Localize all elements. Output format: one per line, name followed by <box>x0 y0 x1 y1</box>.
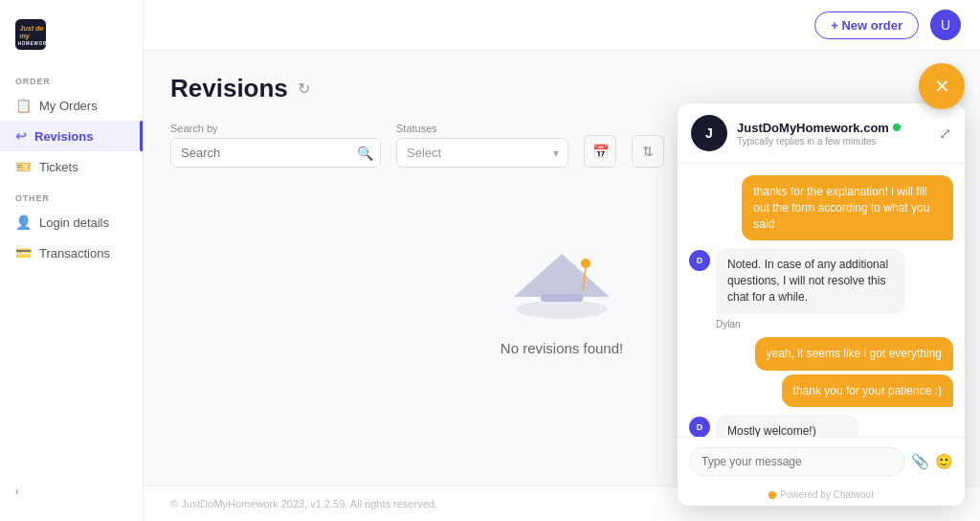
search-input-wrap: 🔍 <box>170 138 381 168</box>
new-order-button[interactable]: + New order <box>814 11 919 39</box>
orders-icon: 📋 <box>15 98 32 113</box>
message-bubble: yeah, it seems like i got everything <box>755 337 953 371</box>
chat-header: J JustDoMyHomework.com Typically replies… <box>678 103 965 164</box>
top-header: + New order U <box>144 0 980 51</box>
empty-state-icon <box>504 244 619 325</box>
chat-close-button[interactable]: ✕ <box>919 63 965 109</box>
search-input[interactable] <box>170 138 381 168</box>
chat-messages: thanks for the explanation! i will fill … <box>678 164 965 437</box>
sort-button[interactable]: ⇅ <box>632 135 664 168</box>
sidebar-item-label: Login details <box>39 215 109 230</box>
svg-text:my: my <box>19 33 30 40</box>
agent-message-content: Noted. In case of any additional questio… <box>716 248 953 328</box>
chatwoot-dot-icon <box>768 491 776 499</box>
agent-message-content: Mostly welcome!)Feel free to reach us an… <box>716 415 894 437</box>
agent-message-avatar: D <box>689 417 710 437</box>
sidebar-item-login-details[interactable]: 👤 Login details <box>0 207 143 238</box>
message-bubble: Mostly welcome!)Feel free to reach us an… <box>716 415 858 437</box>
other-section-label: OTHER <box>0 182 143 207</box>
page-title-row: Revisions ↻ <box>170 74 953 103</box>
message-bubble: thank you for your patience :) <box>782 374 953 408</box>
message-group: D Noted. In case of any additional quest… <box>689 248 953 328</box>
sidebar-item-tickets[interactable]: 🎫 Tickets <box>0 151 143 182</box>
chat-footer: Powered by Chatwoot <box>678 486 965 506</box>
search-icon[interactable]: 🔍 <box>357 146 373 161</box>
chat-message-input[interactable] <box>689 447 905 476</box>
avatar-button[interactable]: U <box>930 10 961 40</box>
footer-copyright: © JustDoMyHomework 2023, v1.2.59. All ri… <box>170 498 437 510</box>
refresh-icon[interactable]: ↻ <box>298 79 310 98</box>
chat-expand-button[interactable]: ⤢ <box>939 125 951 143</box>
transactions-icon: 💳 <box>15 245 32 260</box>
sidebar-item-transactions[interactable]: 💳 Transactions <box>0 238 143 268</box>
message-group: D Mostly welcome!)Feel free to reach us … <box>689 415 953 437</box>
logo: Just do my HOMEWORK <box>0 11 143 65</box>
sidebar-item-label: Tickets <box>39 160 78 174</box>
svg-point-7 <box>581 259 590 268</box>
statuses-label: Statuses <box>396 123 568 134</box>
revisions-icon: ↩ <box>15 128 27 144</box>
chat-agent-avatar: J <box>691 115 727 151</box>
svg-rect-6 <box>541 294 583 302</box>
sidebar-item-label: Transactions <box>39 246 110 260</box>
chat-agent-name: JustDoMyHomework.com <box>737 121 929 135</box>
online-status-dot <box>893 124 901 131</box>
message-bubble: thanks for the explanation! i will fill … <box>742 175 953 240</box>
sidebar-item-my-orders[interactable]: 📋 My Orders <box>0 90 143 121</box>
empty-message: No revisions found! <box>501 340 623 356</box>
message-group: yeah, it seems like i got everything tha… <box>689 337 953 408</box>
svg-point-4 <box>516 300 608 319</box>
chat-input-area: 📎 🙂 <box>678 437 965 486</box>
calendar-filter-button[interactable]: 📅 <box>584 135 616 168</box>
chat-agent-subtitle: Typically replies in a few minutes <box>737 136 929 147</box>
sidebar-item-label: Revisions <box>34 129 93 144</box>
sidebar-collapse[interactable]: ‹ <box>0 473 143 510</box>
login-icon: 👤 <box>15 215 32 230</box>
status-select[interactable]: Select <box>396 138 568 168</box>
chat-header-info: JustDoMyHomework.com Typically replies i… <box>737 121 929 147</box>
search-group: Search by 🔍 <box>170 123 381 168</box>
message-bubble: Noted. In case of any additional questio… <box>716 248 905 313</box>
chat-attach-button[interactable]: 📎 <box>911 453 929 470</box>
sidebar: Just do my HOMEWORK ORDER 📋 My Orders ↩ … <box>0 0 144 521</box>
logo-icon: Just do my HOMEWORK <box>15 19 46 50</box>
status-select-wrap: Select ▾ <box>396 138 568 168</box>
chat-widget: J JustDoMyHomework.com Typically replies… <box>678 103 965 506</box>
collapse-button[interactable]: ‹ <box>15 485 19 498</box>
powered-by-label: Powered by Chatwoot <box>780 489 874 500</box>
search-by-label: Search by <box>170 123 381 134</box>
svg-text:HOMEWORK: HOMEWORK <box>18 41 46 46</box>
chat-emoji-button[interactable]: 🙂 <box>935 453 953 470</box>
agent-name-label: Dylan <box>716 319 953 329</box>
status-group: Statuses Select ▾ <box>396 123 568 168</box>
message-group: thanks for the explanation! i will fill … <box>689 175 953 240</box>
tickets-icon: 🎫 <box>15 159 32 174</box>
agent-message-avatar: D <box>689 250 710 271</box>
sidebar-item-label: My Orders <box>39 99 98 113</box>
order-section-label: ORDER <box>0 65 143 90</box>
page-title: Revisions <box>170 74 288 103</box>
svg-marker-5 <box>514 254 610 297</box>
sidebar-item-revisions[interactable]: ↩ Revisions <box>0 121 143 151</box>
